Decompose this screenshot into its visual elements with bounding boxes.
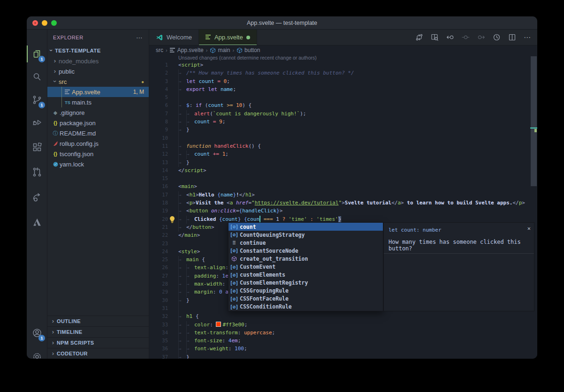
code-line-13[interactable]: 13→} — [149, 158, 537, 166]
sidebar-section-npm-scripts[interactable]: ›NPM SCRIPTS — [47, 337, 149, 348]
code-line-17[interactable]: 17→<h1>Hello {name}!</h1> — [149, 191, 537, 199]
code-line-34[interactable]: 34→→text-transform: uppercase; — [149, 329, 537, 337]
file-tree-item-readme-md[interactable]: ⓘREADME.md — [47, 128, 149, 138]
vertical-scrollbar[interactable] — [530, 55, 537, 359]
scrollbar-thumb[interactable] — [531, 56, 537, 186]
more-actions-icon[interactable]: ⋯ — [523, 33, 532, 42]
tab-app-svelte[interactable]: App.svelte — [199, 30, 257, 45]
file-history-icon[interactable] — [492, 33, 501, 42]
code-line-14[interactable]: 14</script> — [149, 166, 537, 174]
activity-bar-item-source-control[interactable]: 1 — [27, 90, 47, 110]
suggestion-constantsourcenode[interactable]: [⊘]ConstantSourceNode — [229, 247, 383, 255]
file-tree-item-main-ts[interactable]: TSmain.ts — [47, 97, 149, 107]
ts-file-icon: TS — [63, 100, 72, 105]
suggestion-customelementregistry[interactable]: [⊘]CustomElementRegistry — [229, 279, 383, 287]
file-tree-item-rollup-config-js[interactable]: rollup.config.js — [47, 138, 149, 149]
suggestion-cssfontfacerule[interactable]: [⊘]CSSFontFaceRule — [229, 295, 383, 303]
breadcrumb-separator: › — [166, 47, 168, 53]
activity-bar-item-azure[interactable] — [27, 212, 47, 233]
file-tree-item-package-json[interactable]: {}package.json — [47, 118, 149, 128]
lightbulb-icon[interactable] — [169, 216, 175, 223]
code-line-2[interactable]: 2→/** How many times has someone clicked… — [149, 69, 537, 77]
sidebar-section-outline[interactable]: ›OUTLINE — [47, 316, 149, 326]
code-line-12[interactable]: 12→→count += 1; — [149, 150, 537, 158]
code-line-11[interactable]: 11→function handleClick() { — [149, 142, 537, 150]
breadcrumb[interactable]: src›App.svelte›main›button — [149, 45, 537, 55]
activity-bar-item-github-pr[interactable] — [27, 162, 47, 182]
suggestion-count[interactable]: [⊘]count — [229, 223, 383, 231]
activity-bar-item-search[interactable] — [27, 67, 47, 87]
line-number: 7 — [149, 110, 168, 118]
minimize-window-button[interactable] — [42, 20, 47, 26]
open-preview-icon[interactable] — [430, 33, 439, 42]
suggestion-cssgroupingrule[interactable]: [⊘]CSSGroupingRule — [229, 287, 383, 295]
breadcrumb-item-main[interactable]: main — [210, 47, 230, 53]
activity-bar-item-extensions[interactable] — [27, 137, 47, 158]
suggestion-countqueuingstrategy[interactable]: [⊘]CountQueuingStrategy — [229, 231, 383, 239]
title-bar[interactable]: App.svelte — test-template — [27, 16, 537, 30]
close-icon[interactable]: ✕ — [527, 225, 531, 232]
suggestion-customelements[interactable]: [⊘]customElements — [229, 271, 383, 279]
more-actions-icon[interactable]: ⋯ — [136, 34, 143, 41]
file-tree-item-app-svelte[interactable]: App.svelte1, M — [47, 87, 149, 97]
compare-changes-icon[interactable] — [415, 33, 423, 42]
code-line-19[interactable]: 19→<button on:click={handleClick}> — [149, 207, 537, 215]
tab-welcome[interactable]: Welcome — [149, 30, 199, 45]
code-line-37[interactable]: 37→} — [149, 353, 537, 359]
vscode-window: App.svelte — test-template 111 EXPLORER … — [27, 16, 537, 359]
activity-bar-item-explorer[interactable]: 1 — [27, 44, 47, 64]
code-line-3[interactable]: 3→let count = 0; — [149, 77, 537, 85]
sidebar-section-codetour[interactable]: ›CODETOUR — [47, 348, 149, 359]
suggestion-continue[interactable]: ≣continue — [229, 239, 383, 247]
chevron-right-icon: › — [49, 318, 57, 325]
commit-node-icon[interactable] — [461, 33, 470, 42]
code-line-36[interactable]: 36→→font-weight: 100; — [149, 345, 537, 353]
zoom-window-button[interactable] — [51, 20, 57, 26]
rollup-file-icon — [51, 141, 60, 146]
code-line-32[interactable]: 32→h1 { — [149, 312, 537, 320]
suggestion-create_out_transition[interactable]: create_out_transition — [229, 255, 383, 263]
code-line-8[interactable]: 8→→count = 9; — [149, 118, 537, 126]
code-line-35[interactable]: 35→→font-size: 4em; — [149, 337, 537, 345]
code-line-6[interactable]: 6→$: if (count >= 10) { — [149, 101, 537, 109]
code-line-15[interactable]: 15 — [149, 174, 537, 182]
activity-bar-item-run-debug[interactable] — [27, 112, 47, 133]
tree-root-test-template[interactable]: › TEST-TEMPLATE — [47, 45, 149, 56]
breadcrumb-item-app-svelte[interactable]: App.svelte — [170, 47, 204, 53]
vscode-logo-icon — [156, 34, 163, 41]
split-editor-icon[interactable] — [508, 33, 516, 42]
file-tree-item--gitignore[interactable]: ◆.gitignore — [47, 107, 149, 118]
close-window-button[interactable] — [32, 20, 38, 26]
file-tree-item-src[interactable]: ›src● — [47, 76, 149, 87]
code-line-4[interactable]: 4→export let name; — [149, 85, 537, 93]
file-tree-item-node-modules[interactable]: ›node_modules — [47, 56, 149, 66]
code-line-18[interactable]: 18→<p>Visit the <a href="https://svelte.… — [149, 199, 537, 207]
chevron-down-icon: › — [51, 78, 59, 85]
code-line-5[interactable]: 5 — [149, 93, 537, 101]
activity-bar-item-accounts[interactable]: 1 — [27, 323, 47, 343]
yarn-file-icon — [51, 162, 60, 167]
code-line-10[interactable]: 10 — [149, 134, 537, 142]
code-line-7[interactable]: 7→→alert(`count is dangerously high!`); — [149, 110, 537, 118]
file-tree-item-tsconfig-json[interactable]: {}tsconfig.json — [47, 149, 149, 159]
badge: 1 — [38, 102, 45, 108]
sidebar-section-timeline[interactable]: ›TIMELINE — [47, 326, 149, 337]
code-line-33[interactable]: 33→→color: #ff3e00; — [149, 321, 537, 329]
traffic-lights — [32, 16, 57, 29]
suggestion-cssconditionrule[interactable]: [⊘]CSSConditionRule — [229, 303, 383, 311]
next-change-icon[interactable] — [477, 33, 485, 42]
suggestion-customevent[interactable]: [⊘]CustomEvent — [229, 263, 383, 271]
breadcrumb-separator: › — [206, 47, 208, 53]
code-editor[interactable]: Unsaved changes (cannot determine recent… — [149, 55, 537, 359]
code-line-9[interactable]: 9→} — [149, 126, 537, 134]
breadcrumb-item-src[interactable]: src — [156, 47, 163, 53]
file-tree-item-public[interactable]: ›public — [47, 66, 149, 76]
prev-change-icon[interactable] — [446, 33, 454, 42]
breadcrumb-item-button[interactable]: button — [236, 47, 260, 53]
code-line-1[interactable]: 1<script> — [149, 61, 537, 69]
suggest-variable-icon: [⊘] — [229, 232, 240, 237]
file-tree-item-yarn-lock[interactable]: yarn.lock — [47, 159, 149, 169]
activity-bar-item-live-share[interactable] — [27, 187, 47, 208]
activity-bar-item-settings[interactable] — [27, 347, 47, 359]
code-line-16[interactable]: 16<main> — [149, 182, 537, 190]
